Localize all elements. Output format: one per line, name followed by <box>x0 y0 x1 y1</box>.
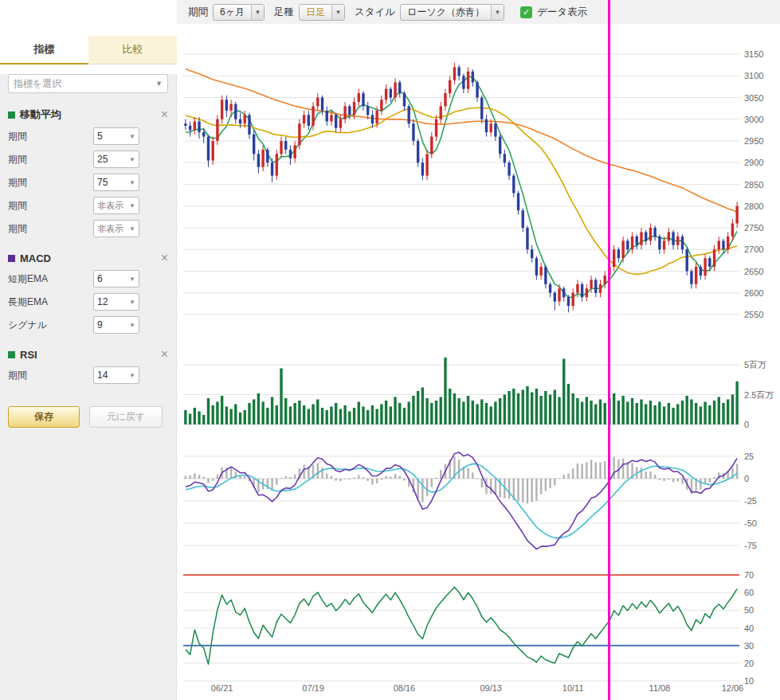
ma-period-2-select[interactable]: 25 ▼ <box>93 151 139 168</box>
section-title: MACD <box>20 252 51 264</box>
svg-text:3100: 3100 <box>744 71 763 80</box>
svg-text:2650: 2650 <box>744 267 763 276</box>
bartype-value: 日足 <box>300 5 331 20</box>
save-button[interactable]: 保存 <box>8 406 80 428</box>
svg-text:12/06: 12/06 <box>722 683 744 693</box>
svg-text:5百万: 5百万 <box>744 360 766 370</box>
svg-text:2550: 2550 <box>744 310 763 319</box>
ma-period-1-select[interactable]: 5 ▼ <box>93 127 139 145</box>
chevron-down-icon: ▼ <box>129 322 135 329</box>
bartype-label: 足種 <box>274 6 294 19</box>
svg-text:09/13: 09/13 <box>480 683 502 693</box>
ma-period-5-select[interactable]: 非表示 ▼ <box>93 220 139 237</box>
macd-long-ema-select[interactable]: 12 ▼ <box>93 293 139 311</box>
svg-text:2600: 2600 <box>744 288 763 298</box>
param-label: 期間 <box>8 222 27 236</box>
select-value: 非表示 <box>97 223 123 235</box>
macd-short-ema-select[interactable]: 6 ▼ <box>93 270 139 287</box>
svg-text:25: 25 <box>744 452 754 461</box>
indicator-select[interactable]: 指標を選択 ▼ <box>8 74 168 93</box>
chevron-down-icon: ▼ <box>129 179 135 186</box>
ma-period-4-select[interactable]: 非表示 ▼ <box>93 197 139 214</box>
style-label: スタイル <box>355 6 395 19</box>
chart-canvas-wrap: 2550260026502700275028002850290029503000… <box>177 24 780 700</box>
chevron-down-icon: ▼ <box>129 133 135 140</box>
data-display-label: データ表示 <box>537 6 587 19</box>
chevron-down-icon: ▼ <box>491 5 504 20</box>
period-label: 期間 <box>188 6 208 19</box>
param-row: 期間 25 ▼ <box>8 151 168 168</box>
param-label: 短期EMA <box>8 272 48 286</box>
chevron-down-icon: ▼ <box>129 202 135 209</box>
chevron-down-icon: ▼ <box>331 5 344 20</box>
sidebar: 指標 比較 指標を選択 ▼ 移動平均 × 期間 5 ▼ <box>0 0 177 700</box>
param-row: 期間 非表示 ▼ <box>8 197 168 214</box>
svg-text:0: 0 <box>744 474 749 483</box>
svg-text:0: 0 <box>744 420 749 429</box>
chevron-down-icon: ▼ <box>129 225 135 233</box>
svg-text:70: 70 <box>744 570 754 580</box>
param-label: シグナル <box>8 319 47 332</box>
data-display-checkbox[interactable]: ✓ <box>520 6 532 18</box>
close-icon[interactable]: × <box>161 252 168 264</box>
select-value: 75 <box>97 177 108 188</box>
reset-button[interactable]: 元に戻す <box>89 406 163 428</box>
chart-area: 期間 6ヶ月 ▼ 足種 日足 ▼ スタイル ローソク（赤青） ▼ ✓ データ表示… <box>177 0 780 700</box>
section-title: RSI <box>20 349 37 361</box>
param-row: 期間 14 ▼ <box>8 366 168 384</box>
svg-text:10: 10 <box>744 676 754 686</box>
chevron-down-icon: ▼ <box>251 5 264 20</box>
ma-color-swatch <box>8 111 15 119</box>
chevron-down-icon: ▼ <box>129 372 135 379</box>
param-label: 期間 <box>8 369 27 382</box>
svg-text:60: 60 <box>744 588 754 597</box>
style-value: ローソク（赤青） <box>401 5 491 20</box>
chart-canvas[interactable]: 2550260026502700275028002850290029503000… <box>177 24 780 700</box>
bartype-dropdown[interactable]: 日足 ▼ <box>299 4 345 21</box>
param-label: 期間 <box>8 153 27 166</box>
period-value: 6ヶ月 <box>214 5 251 20</box>
indicator-section-ma: 移動平均 × 期間 5 ▼ 期間 25 ▼ <box>0 108 176 237</box>
svg-text:2950: 2950 <box>744 136 763 146</box>
svg-text:50: 50 <box>744 605 754 615</box>
select-value: 14 <box>97 370 108 381</box>
param-row: 期間 75 ▼ <box>8 174 168 191</box>
param-row: 期間 非表示 ▼ <box>8 220 168 237</box>
chevron-down-icon: ▼ <box>129 299 135 306</box>
svg-text:07/19: 07/19 <box>302 683 324 693</box>
period-dropdown[interactable]: 6ヶ月 ▼ <box>213 4 265 21</box>
section-title: 移動平均 <box>20 108 61 122</box>
ma-period-3-select[interactable]: 75 ▼ <box>93 174 139 191</box>
macd-signal-select[interactable]: 9 ▼ <box>93 316 139 334</box>
select-value: 12 <box>97 296 108 307</box>
style-dropdown[interactable]: ローソク（赤青） ▼ <box>400 4 504 21</box>
sidebar-tabs: 指標 比較 <box>0 36 177 65</box>
param-label: 長期EMA <box>8 295 48 309</box>
svg-text:3150: 3150 <box>744 49 763 59</box>
close-icon[interactable]: × <box>161 108 168 121</box>
chart-toolbar: 期間 6ヶ月 ▼ 足種 日足 ▼ スタイル ローソク（赤青） ▼ ✓ データ表示 <box>177 0 780 24</box>
chevron-down-icon: ▼ <box>129 156 135 163</box>
svg-text:08/16: 08/16 <box>394 683 416 693</box>
select-value: 25 <box>97 154 108 165</box>
select-value: 6 <box>97 273 103 284</box>
svg-text:2900: 2900 <box>744 158 763 167</box>
svg-text:3050: 3050 <box>744 93 763 103</box>
macd-color-swatch <box>8 255 15 262</box>
svg-text:2700: 2700 <box>744 244 763 254</box>
svg-text:10/11: 10/11 <box>562 683 584 693</box>
tab-indicators[interactable]: 指標 <box>0 36 88 65</box>
svg-text:-50: -50 <box>744 518 757 528</box>
indicator-panel: 指標を選択 ▼ 移動平均 × 期間 5 ▼ 期間 <box>0 74 177 700</box>
svg-text:3000: 3000 <box>744 115 763 124</box>
svg-text:2.5百万: 2.5百万 <box>744 390 774 400</box>
param-label: 期間 <box>8 199 27 213</box>
chevron-down-icon: ▼ <box>155 80 163 88</box>
rsi-period-select[interactable]: 14 ▼ <box>93 366 139 384</box>
close-icon[interactable]: × <box>161 348 168 361</box>
indicator-section-macd: MACD × 短期EMA 6 ▼ 長期EMA 12 ▼ <box>0 252 176 334</box>
svg-text:20: 20 <box>744 659 754 668</box>
tab-compare[interactable]: 比較 <box>88 36 177 65</box>
param-label: 期間 <box>8 130 27 143</box>
svg-text:40: 40 <box>744 624 754 633</box>
